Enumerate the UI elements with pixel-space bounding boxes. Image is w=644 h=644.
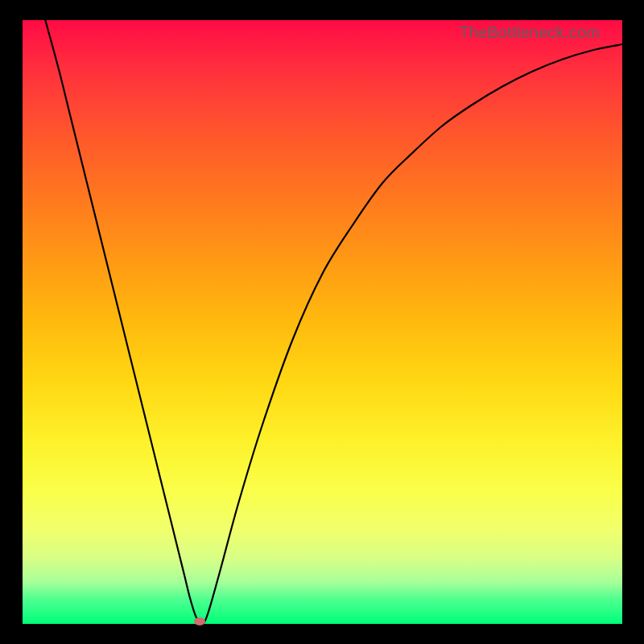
minimum-marker [194,617,205,625]
chart-frame: TheBottleneck.com [0,0,644,644]
bottleneck-curve [23,20,622,624]
watermark-text: TheBottleneck.com [459,23,600,42]
plot-area: TheBottleneck.com [23,20,622,624]
